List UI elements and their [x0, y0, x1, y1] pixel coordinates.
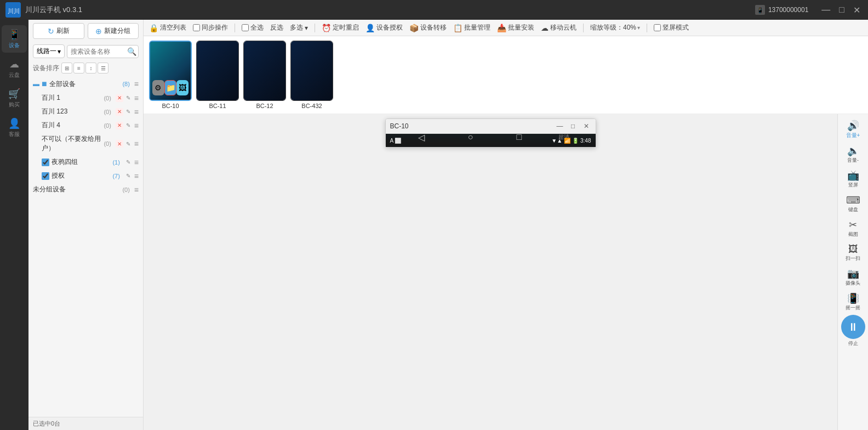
ctrl-volume-up[interactable]: 🔊 音量+ [840, 117, 867, 142]
group-yeyasi4[interactable]: 夜鸦四组 (1) ✎ ≡ [28, 155, 143, 169]
group-auth-edit[interactable]: ✎ [124, 172, 132, 180]
group-baichuan1-menu[interactable]: ≡ [134, 94, 139, 103]
sort-list-icon[interactable]: ≡ [73, 63, 84, 73]
select-all-checkbox[interactable] [242, 24, 249, 31]
group-nouser-delete[interactable]: ✕ [116, 140, 123, 148]
portrait-checkbox[interactable] [654, 24, 661, 31]
thumb-bc432[interactable]: BC-432 [290, 41, 333, 109]
sidebar-item-device[interactable]: 📱 设备 [2, 25, 27, 53]
ctrl-shake[interactable]: 📳 摇一摇 [840, 290, 867, 314]
window-controls: — □ ✕ [819, 5, 863, 15]
group-auth-checkbox[interactable] [42, 172, 49, 180]
sort-menu-icon[interactable]: ☰ [98, 63, 108, 73]
multi-select-label: 多选 [290, 23, 303, 32]
thumb-bc10[interactable]: ⚙ 📁 🖼 BC-10 [149, 41, 192, 109]
title-bar: 川川 川川云手机 v0.3.1 📱 13700000001 — □ ✕ [0, 0, 868, 20]
close-button[interactable]: ✕ [851, 5, 863, 15]
ctrl-camera[interactable]: 📷 摄像头 [840, 265, 867, 289]
device-transfer-label: 设备转移 [420, 23, 447, 32]
checkbox-all[interactable]: ■ [42, 79, 47, 89]
volume-up-icon: 🔊 [847, 120, 859, 132]
zoom-label: 缩放等级：40% [590, 23, 636, 32]
minimize-button[interactable]: — [819, 5, 832, 15]
group-baichuan1-delete[interactable]: ✕ [116, 94, 123, 102]
ctrl-volume-down[interactable]: 🔈 音量- [840, 143, 867, 166]
group-all-menu[interactable]: ≡ [134, 80, 139, 88]
batch-install-label: 批量安装 [508, 23, 534, 32]
refresh-button[interactable]: ↻ 刷新 [33, 23, 84, 39]
phone-minimize-button[interactable]: — [555, 121, 565, 131]
toolbar-sync-ops[interactable]: 同步操作 [193, 23, 228, 32]
phone-maximize-button[interactable]: □ [568, 121, 578, 131]
toolbar-device-transfer[interactable]: 📦 设备转移 [409, 23, 447, 32]
group-baichuan123[interactable]: 百川 123 (0) ✕ ✎ ≡ [28, 105, 143, 118]
sort-az-icon[interactable]: ↕ [85, 63, 96, 73]
group-baichuan123-actions: ✕ ✎ [116, 108, 132, 116]
group-all-devices[interactable]: ▬ ■ 全部设备 (8) ≡ [28, 77, 143, 91]
group-unassigned-menu[interactable]: ≡ [134, 185, 139, 194]
toolbar-timed-restart[interactable]: ⏰ 定时重启 [322, 23, 359, 32]
sidebar-item-cloud[interactable]: ☁ 云盘 [2, 55, 27, 82]
group-baichuan123-delete[interactable]: ✕ [116, 108, 123, 116]
group-yeyasi4-edit[interactable]: ✎ [124, 159, 132, 166]
group-auth-menu[interactable]: ≡ [134, 172, 139, 180]
ctrl-stop-group: ⏸ 停止 [841, 315, 865, 347]
group-baichuan123-menu[interactable]: ≡ [134, 108, 139, 116]
group-baichuan123-edit[interactable]: ✎ [124, 108, 132, 116]
group-unassigned[interactable]: 未分组设备 (0) ≡ [28, 183, 143, 196]
toolbar-deselect[interactable]: 反选 [270, 23, 283, 32]
toolbar-zoom[interactable]: 缩放等级：40% ▾ [590, 23, 640, 32]
ctrl-keyboard[interactable]: ⌨ 键盘 [840, 192, 867, 216]
ctrl-portrait[interactable]: 📺 竖屏 [840, 167, 867, 191]
main-layout: 📱 设备 ☁ 云盘 🛒 购买 👤 客服 ↻ 刷新 ⊕ 新建分组 [0, 20, 868, 430]
group-baichuan4-menu[interactable]: ≡ [134, 121, 139, 130]
group-auth[interactable]: 授权 (7) ✎ ≡ [28, 169, 143, 183]
refresh-icon: ↻ [48, 27, 54, 36]
toolbar-multi-select[interactable]: 多选 ▾ [290, 23, 308, 32]
portrait-label: 竖屏模式 [663, 23, 689, 32]
group-baichuan1[interactable]: 百川 1 (0) ✕ ✎ ≡ [28, 91, 143, 105]
toolbar-device-auth[interactable]: 👤 设备授权 [366, 23, 403, 32]
line-select-arrow: ▾ [58, 48, 61, 55]
group-nouser-edit[interactable]: ✎ [124, 140, 132, 148]
svg-text:川川: 川川 [8, 8, 20, 14]
group-yeyasi4-count: (1) [112, 159, 119, 166]
thumb-bc12[interactable]: BC-12 [243, 41, 286, 109]
group-baichuan4-edit[interactable]: ✎ [124, 122, 132, 129]
search-icon[interactable]: 🔍 [127, 47, 136, 56]
group-yeyasi4-menu[interactable]: ≡ [134, 158, 139, 167]
toolbar-portrait-mode[interactable]: 竖屏模式 [654, 23, 689, 32]
phone-close-button[interactable]: ✕ [581, 121, 591, 131]
ctrl-scan[interactable]: 🖼 扫一扫 [840, 241, 867, 264]
group-nouser[interactable]: 不可以（不要发给用户） (0) ✕ ✎ ≡ [28, 132, 143, 155]
group-baichuan1-edit[interactable]: ✎ [124, 94, 132, 102]
maximize-button[interactable]: □ [837, 5, 847, 15]
sync-ops-checkbox[interactable] [193, 24, 200, 31]
ctrl-stop-button[interactable]: ⏸ [841, 315, 865, 339]
toolbar-move-cloud[interactable]: ☁ 移动云机 [541, 23, 576, 32]
thumb-bc11[interactable]: BC-11 [196, 41, 239, 109]
toolbar-select-all[interactable]: 全选 [242, 23, 264, 32]
line-select[interactable]: 线路一 ▾ [33, 44, 65, 58]
group-baichuan4-label: 百川 4 [42, 121, 101, 130]
group-baichuan4[interactable]: 百川 4 (0) ✕ ✎ ≡ [28, 118, 143, 132]
toolbar-clear-list[interactable]: 🔒 清空列表 [149, 23, 186, 32]
group-baichuan4-delete[interactable]: ✕ [116, 122, 123, 129]
ctrl-screenshot[interactable]: ✂ 截图 [840, 217, 867, 240]
vol-down-label: 音量- [847, 157, 859, 164]
group-all-count: (8) [122, 81, 129, 87]
new-group-button[interactable]: ⊕ 新建分组 [88, 23, 139, 39]
sidebar-item-buy[interactable]: 🛒 购买 [2, 84, 27, 112]
sidebar-icons: 📱 设备 ☁ 云盘 🛒 购买 👤 客服 [0, 20, 28, 430]
timed-restart-label: 定时重启 [333, 23, 359, 32]
group-auth-label: 授权 [52, 171, 110, 180]
sort-layers-icon[interactable]: ⊞ [61, 63, 72, 73]
toolbar-batch-install[interactable]: 📥 批量安装 [497, 23, 534, 32]
toolbar-batch-manage[interactable]: 📋 批量管理 [453, 23, 490, 32]
toolbar-sep1 [235, 24, 235, 32]
group-yeyasi4-checkbox[interactable] [42, 159, 49, 166]
multi-select-arrow: ▾ [305, 24, 308, 32]
sidebar-item-service[interactable]: 👤 客服 [2, 114, 27, 142]
phone-screen[interactable]: A ⬜ ▼▲ 📶 🔋 3:48 [386, 134, 596, 147]
group-nouser-menu[interactable]: ≡ [134, 139, 139, 148]
